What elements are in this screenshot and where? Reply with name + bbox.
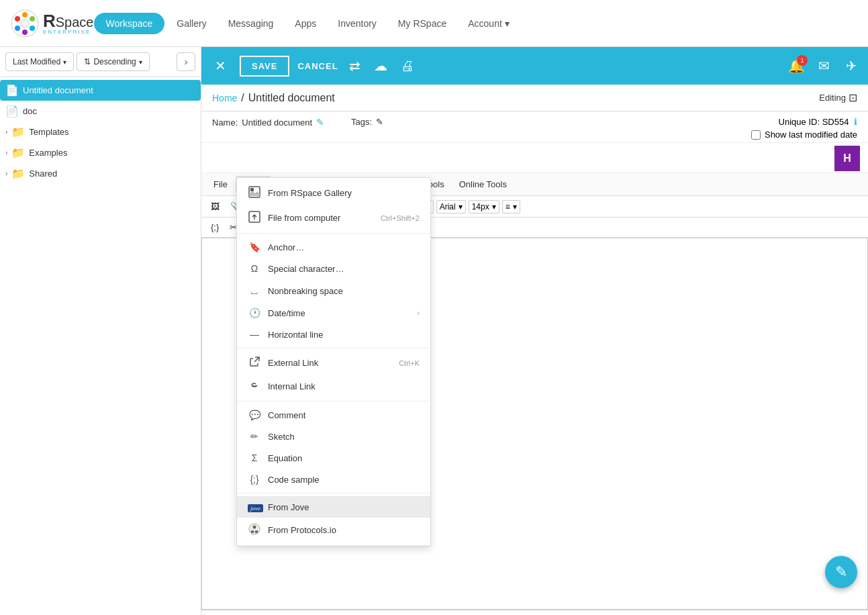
breadcrumb-separator: / — [241, 92, 244, 104]
sidebar-item-label: Templates — [29, 127, 68, 137]
editor-bottom — [201, 610, 868, 615]
dropdown-section-links: External Link Ctrl+K Internal Link — [237, 348, 430, 401]
dropdown-nonbreaking-space[interactable]: ⎵ Nonbreaking space — [237, 279, 430, 302]
comment-label: Comment — [268, 410, 305, 420]
font-size-select[interactable]: 14px ▾ — [469, 200, 499, 214]
sigma-icon: Σ — [248, 453, 261, 463]
messages-icon[interactable]: ✉ — [816, 55, 832, 77]
order-chevron: ▾ — [139, 58, 142, 66]
logo-text: R Space ENTERPRISE — [43, 12, 94, 35]
sort-label: Last Modified — [13, 57, 60, 66]
file-upload-icon — [248, 211, 261, 225]
dropdown-comment[interactable]: 💬 Comment — [237, 404, 430, 426]
nav-inventory[interactable]: Inventory — [328, 13, 386, 34]
sort-icon: ⇅ — [84, 57, 91, 66]
file-label: File from computer — [268, 213, 340, 223]
comment-icon: 💬 — [248, 410, 261, 420]
notification-badge: 1 — [797, 55, 808, 66]
dropdown-code-sample[interactable]: {;} Code sample — [237, 469, 430, 490]
equation-label: Equation — [268, 453, 302, 463]
sidebar-item-doc[interactable]: 📄 doc — [0, 101, 201, 122]
sidebar-item-examples[interactable]: › 📁 Examples — [0, 142, 201, 163]
nav-gallery[interactable]: Gallery — [167, 13, 215, 34]
sort-button[interactable]: Last Modified ▾ — [5, 52, 74, 71]
insert-image-button[interactable]: 🖼 — [207, 199, 224, 214]
h-button[interactable]: H — [834, 146, 860, 171]
dropdown-datetime[interactable]: 🕐 Date/time › — [237, 302, 430, 324]
nav-apps[interactable]: Apps — [285, 13, 326, 34]
breadcrumb-home[interactable]: Home — [212, 93, 237, 103]
dropdown-from-rspace-gallery[interactable]: From RSpace Gallery — [237, 181, 430, 205]
doc-toolbar: ✕ SAVE CANCEL ⇄ ☁ 🖨 🔔 1 ✉ ✈ — [201, 47, 868, 85]
order-button[interactable]: ⇅ Descending ▾ — [77, 52, 149, 71]
line-height-chevron: ▾ — [513, 202, 517, 211]
doc-name-value: Untitled document — [242, 117, 312, 128]
dropdown-special-char[interactable]: Ω Special character… — [237, 258, 430, 279]
edit-tags-icon[interactable]: ✎ — [376, 117, 383, 127]
breadcrumb: Home / Untitled document — [212, 92, 335, 104]
svg-point-15 — [249, 524, 260, 534]
nav-messaging[interactable]: Messaging — [219, 13, 283, 34]
doc-icon: 📄 — [5, 105, 19, 117]
tags-prefix: Tags: — [351, 117, 372, 127]
notifications-button[interactable]: 🔔 1 — [788, 58, 805, 74]
dropdown-equation[interactable]: Σ Equation — [237, 447, 430, 469]
line-height-select[interactable]: ≡ ▾ — [502, 200, 520, 214]
dropdown-from-jove[interactable]: jove From Jove — [237, 496, 430, 518]
svg-point-3 — [30, 16, 35, 21]
show-modified-checkbox[interactable] — [751, 130, 761, 140]
nav-myrspace[interactable]: My RSpace — [389, 13, 456, 34]
svg-point-7 — [21, 19, 29, 28]
breadcrumb-bar: Home / Untitled document Editing ⊡ — [201, 85, 868, 111]
menu-online-tools[interactable]: Online Tools — [452, 176, 514, 193]
font-size-chevron: ▾ — [492, 202, 496, 211]
save-button[interactable]: SAVE — [240, 56, 289, 77]
space-icon: ⎵ — [248, 285, 261, 297]
print-icon[interactable]: 🖨 — [398, 56, 417, 77]
cloud-upload-icon[interactable]: ☁ — [371, 55, 390, 77]
unique-id-value[interactable]: SD554 — [822, 117, 849, 127]
sidebar-item-templates[interactable]: › 📁 Templates — [0, 122, 201, 142]
svg-point-2 — [22, 12, 28, 17]
sidebar-item-shared[interactable]: › 📁 Shared — [0, 163, 201, 184]
edit-fab[interactable]: ✎ — [825, 556, 857, 588]
svg-point-16 — [253, 526, 256, 529]
share-icon[interactable]: ⇄ — [346, 55, 363, 77]
svg-point-6 — [30, 26, 35, 31]
internal-link-icon — [248, 380, 261, 393]
top-nav: R Space ENTERPRISE Workspace Gallery Mes… — [0, 0, 868, 47]
dropdown-anchor[interactable]: 🔖 Anchor… — [237, 236, 430, 258]
sidebar-item-label: Examples — [29, 148, 67, 158]
logo-icon — [11, 9, 39, 38]
code-sample-button[interactable]: {;} — [207, 220, 223, 235]
dropdown-sketch[interactable]: ✏ Sketch — [237, 426, 430, 447]
dropdown-section-special: 🔖 Anchor… Ω Special character… ⎵ Nonbrea… — [237, 234, 430, 348]
edit-name-icon[interactable]: ✎ — [316, 117, 324, 128]
menu-file[interactable]: File — [207, 176, 234, 193]
sidebar-items: 📄 Untitled document 📄 doc › 📁 Templates … — [0, 77, 201, 615]
close-button[interactable]: ✕ — [209, 55, 232, 77]
dropdown-file-from-computer[interactable]: File from computer Ctrl+Shift+2 — [237, 205, 430, 230]
send-icon[interactable]: ✈ — [843, 55, 860, 77]
font-select[interactable]: Arial ▾ — [436, 200, 466, 214]
nav-workspace[interactable]: Workspace — [94, 13, 165, 34]
datetime-arrow: › — [417, 309, 420, 317]
sidebar-item-label: doc — [23, 106, 37, 116]
show-modified: Show last modified date — [751, 130, 857, 140]
expand-icon: › — [5, 170, 7, 177]
dropdown-horizontal-line[interactable]: — Horizontal line — [237, 324, 430, 345]
dropdown-external-link[interactable]: External Link Ctrl+K — [237, 351, 430, 375]
file-shortcut: Ctrl+Shift+2 — [381, 214, 420, 222]
doc-name: Name: Untitled document ✎ — [212, 117, 324, 128]
sidebar-item-label: Untitled document — [23, 85, 93, 95]
show-modified-label: Show last modified date — [765, 130, 857, 140]
doc-id-section: Unique ID: SD554 ℹ Show last modified da… — [751, 117, 857, 140]
nav-links: Workspace Gallery Messaging Apps Invento… — [94, 13, 519, 34]
code-sample-label: Code sample — [268, 475, 320, 485]
cancel-button[interactable]: CANCEL — [297, 61, 338, 71]
sidebar-item-untitled-document[interactable]: 📄 Untitled document — [0, 80, 201, 101]
nav-account[interactable]: Account ▾ — [459, 13, 518, 34]
dropdown-from-protocols[interactable]: From Protocols.io — [237, 518, 430, 542]
dropdown-internal-link[interactable]: Internal Link — [237, 375, 430, 398]
sidebar-collapse-button[interactable]: › — [177, 52, 195, 71]
